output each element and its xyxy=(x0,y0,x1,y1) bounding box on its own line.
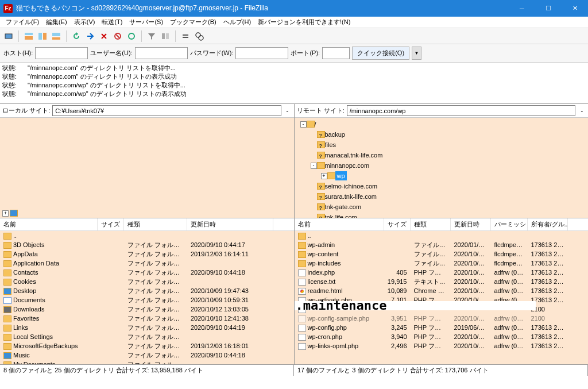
file-row[interactable]: 2100.maintenance xyxy=(295,305,589,314)
file-row[interactable]: Favoritesファイル フォルダー2020/10/10 12:41:38 xyxy=(0,314,294,323)
menu-item[interactable]: 新バージョンを利用できます!(N) xyxy=(254,18,354,26)
remote-tree[interactable]: - / backup files manacal.tnk-life.com- m… xyxy=(295,118,589,218)
minimize-button[interactable]: ─ xyxy=(509,0,535,17)
window-title: 猫でもできるパソコン - sd0289262%40gmoserver.jp@ft… xyxy=(16,3,509,13)
menu-item[interactable]: ファイル(F) xyxy=(2,18,42,26)
file-row[interactable]: wp-links-opml.php2,496PHP ファイル2020/10/07… xyxy=(295,341,589,351)
column-header[interactable]: 更新日時 xyxy=(187,218,273,230)
remote-path-input[interactable] xyxy=(347,105,575,116)
file-row[interactable]: Application Dataファイル フォルダー xyxy=(0,259,294,268)
maximize-button[interactable]: ☐ xyxy=(535,0,562,17)
file-row[interactable]: AppDataファイル フォルダー2019/12/03 16:14:11 xyxy=(0,249,294,259)
host-input[interactable] xyxy=(35,47,88,59)
folder-icon xyxy=(317,141,325,148)
filter-icon[interactable] xyxy=(145,30,158,43)
file-row[interactable]: wp-adminファイル フォ...2020/01/30 11:...flcdm… xyxy=(295,240,589,249)
tree-node[interactable]: tnk-life.com xyxy=(296,212,587,218)
tree-node[interactable]: tnk-gate.com xyxy=(296,202,587,212)
file-icon xyxy=(3,361,11,364)
toggle-tree-icon[interactable] xyxy=(36,30,49,43)
file-row[interactable]: 3D Objectsファイル フォルダー2020/09/10 0:44:17 xyxy=(0,240,294,249)
tree-label: backup xyxy=(325,130,345,139)
tree-node[interactable]: backup xyxy=(296,129,587,140)
tree-expand-icon[interactable]: + xyxy=(2,210,9,217)
file-row[interactable]: Linksファイル フォルダー2020/09/10 0:44:19 xyxy=(0,323,294,332)
port-input[interactable] xyxy=(322,47,350,59)
local-file-body[interactable]: ..3D Objectsファイル フォルダー2020/09/10 0:44:17… xyxy=(0,231,294,364)
file-row[interactable]: wp-contentファイル フォ...2020/10/12 13:...flc… xyxy=(295,249,589,259)
tree-node[interactable]: - / xyxy=(296,119,587,129)
local-path-input[interactable] xyxy=(52,105,281,116)
toggle-log-icon[interactable] xyxy=(22,30,35,43)
quickconnect-button[interactable]: クイック接続(Q) xyxy=(352,47,409,60)
user-input[interactable] xyxy=(135,47,188,59)
file-row[interactable]: index.php405PHP ファイル2020/10/07 12:...adf… xyxy=(295,268,589,277)
close-button[interactable]: ✕ xyxy=(562,0,588,17)
sync-browse-icon[interactable] xyxy=(179,30,192,43)
tree-expand-icon[interactable]: - xyxy=(300,121,307,128)
column-header[interactable]: 種類 xyxy=(411,218,451,230)
file-row[interactable]: Contactsファイル フォルダー2020/09/10 0:44:18 xyxy=(0,268,294,277)
local-path-dropdown[interactable]: ⌄ xyxy=(284,108,292,113)
file-row[interactable]: wp-cron.php3,940PHP ファイル2020/10/07 12:..… xyxy=(295,332,589,341)
column-header[interactable]: 名前 xyxy=(295,218,384,230)
file-row[interactable]: wp-includesファイル フォ...2020/10/07 12:...fl… xyxy=(295,259,589,268)
file-row[interactable]: My Documentsファイル フォルダー xyxy=(0,360,294,364)
compare-icon[interactable] xyxy=(159,30,172,43)
file-icon xyxy=(3,279,11,286)
process-queue-icon[interactable] xyxy=(84,30,96,43)
file-row[interactable]: license.txt19,915テキスト ドキ...2020/10/07 12… xyxy=(295,277,589,286)
menu-item[interactable]: ヘルプ(H) xyxy=(220,18,254,26)
file-row[interactable]: Cookiesファイル フォルダー xyxy=(0,277,294,286)
local-tree[interactable]: + xyxy=(0,118,294,218)
file-icon xyxy=(3,251,11,258)
menu-item[interactable]: 転送(T) xyxy=(98,18,126,26)
toggle-queue-icon[interactable] xyxy=(50,30,63,43)
column-header[interactable]: 種類 xyxy=(124,218,187,230)
file-row[interactable]: Local Settingsファイル フォルダー xyxy=(0,332,294,341)
tree-node[interactable]: manacal.tnk-life.com xyxy=(296,150,587,160)
remote-path-dropdown[interactable]: ⌄ xyxy=(578,108,586,113)
folder-icon xyxy=(307,121,315,128)
column-header[interactable]: 所有者/グル... xyxy=(528,218,568,230)
site-manager-icon[interactable] xyxy=(2,30,15,43)
disconnect-icon[interactable] xyxy=(111,30,124,43)
tree-node[interactable]: - minnanopc.com xyxy=(296,160,587,171)
menu-item[interactable]: ブックマーク(B) xyxy=(167,18,220,26)
tree-node[interactable]: selmo-ichinoe.com xyxy=(296,181,587,191)
file-row[interactable]: .. xyxy=(295,231,589,240)
menu-item[interactable]: 表示(V) xyxy=(71,18,99,26)
file-row[interactable]: Desktopファイル フォルダー2020/10/09 19:47:43 xyxy=(0,286,294,295)
column-header[interactable]: サイズ xyxy=(384,218,411,230)
port-label: ポート(P): xyxy=(291,49,320,57)
file-row[interactable]: .. xyxy=(0,231,294,240)
tree-node[interactable]: surara.tnk-life.com xyxy=(296,191,587,202)
column-header[interactable]: 名前 xyxy=(0,218,98,230)
file-row[interactable]: readme.html10,089Chrome HT...2020/10/07 … xyxy=(295,286,589,295)
file-row[interactable]: wp-config-sample.php3,951PHP ファイル2020/10… xyxy=(295,314,589,323)
remote-file-body[interactable]: ..wp-adminファイル フォ...2020/01/30 11:...flc… xyxy=(295,231,589,364)
column-header[interactable]: パーミッション xyxy=(491,218,528,230)
tree-node[interactable]: files xyxy=(296,140,587,150)
log-line: 状態:"/minnanopc.com/wp" のディレクトリ リストの表示成功 xyxy=(2,90,586,98)
menu-item[interactable]: 編集(E) xyxy=(42,18,71,26)
svg-rect-5 xyxy=(52,33,60,36)
file-row[interactable]: Musicファイル フォルダー2020/09/10 0:44:18 xyxy=(0,351,294,360)
tree-node[interactable]: +wp xyxy=(296,171,587,181)
tree-expand-icon[interactable]: - xyxy=(311,163,317,169)
pass-input[interactable] xyxy=(235,47,288,59)
column-header[interactable]: 更新日時 xyxy=(451,218,491,230)
menu-item[interactable]: サーバー(S) xyxy=(126,18,167,26)
refresh-icon[interactable] xyxy=(70,30,83,43)
cancel-icon[interactable] xyxy=(98,30,110,43)
file-row[interactable]: Downloadsファイル フォルダー2020/10/12 13:03:05 xyxy=(0,305,294,314)
quickconnect-dropdown[interactable]: ▼ xyxy=(412,47,421,60)
file-row[interactable]: MicrosoftEdgeBackupsファイル フォルダー2019/12/03… xyxy=(0,341,294,351)
search-icon[interactable] xyxy=(193,30,206,43)
column-header[interactable]: サイズ xyxy=(98,218,124,230)
message-log[interactable]: 状態:"/minnanopc.com" のディレクトリ リストを取得中...状態… xyxy=(0,63,588,104)
reconnect-icon[interactable] xyxy=(125,30,138,43)
tree-expand-icon[interactable]: + xyxy=(321,173,327,179)
file-row[interactable]: Documentsファイル フォルダー2020/10/09 10:59:31 xyxy=(0,295,294,305)
file-row[interactable]: wp-config.php3,245PHP ファイル2019/06/26 12:… xyxy=(295,323,589,332)
